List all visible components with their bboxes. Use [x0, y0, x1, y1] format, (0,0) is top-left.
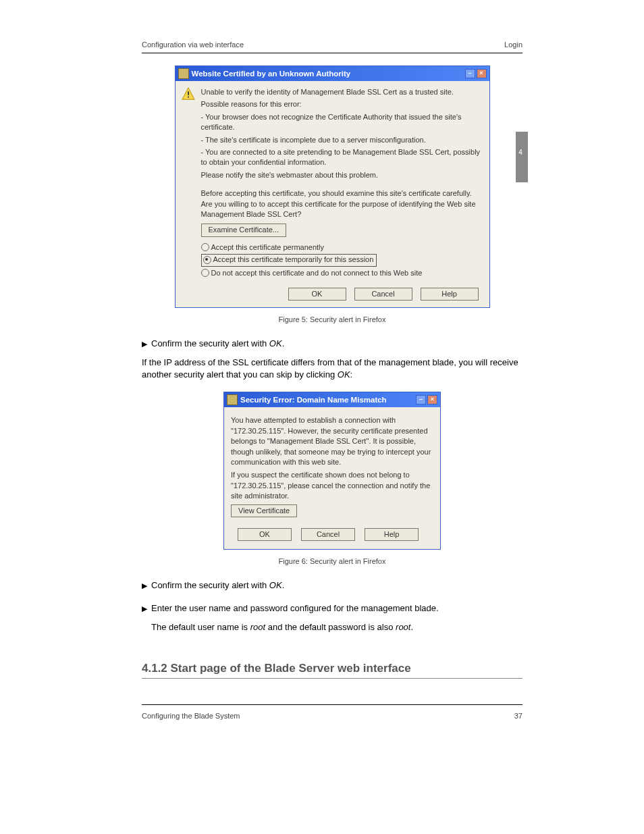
security-alert-dialog-2: Security Error: Domain Name Mismatch – ×…	[223, 392, 441, 550]
footer-rule	[142, 704, 522, 705]
dialog1-titlebar[interactable]: Website Certified by an Unknown Authorit…	[176, 66, 489, 81]
emph-ok: OK	[269, 338, 282, 348]
section-heading-4-1-2: 4.1.2 Start page of the Blade Server web…	[142, 660, 522, 679]
instruction-step: ▶ Confirm the security alert with OK.	[142, 338, 522, 350]
figure1-caption: Figure 5: Security alert in Firefox	[142, 315, 522, 325]
help-button[interactable]: Help	[365, 528, 419, 541]
instruction-step: ▶ Confirm the security alert with OK.	[142, 579, 522, 592]
dialog2-titlebar[interactable]: Security Error: Domain Name Mismatch – ×	[224, 392, 440, 407]
radio-accept-session[interactable]: Accept this certificate temporarily for …	[201, 254, 483, 266]
dialog1-line1: Unable to verify the identity of Managem…	[201, 87, 483, 97]
dialog1-line3: Please notify the site's webmaster about…	[201, 170, 483, 180]
help-button[interactable]: Help	[421, 288, 479, 301]
dialog1-line2: Possible reasons for this error:	[201, 99, 483, 109]
instruction-step: ▶ Enter the user name and password confi…	[142, 602, 522, 633]
close-icon[interactable]: ×	[427, 395, 437, 405]
radio-accept-permanently[interactable]: Accept this certificate permanently	[201, 242, 483, 253]
step-text: Confirm the security alert with	[151, 338, 269, 348]
view-certificate-button[interactable]: View Certificate	[231, 504, 297, 517]
radio-do-not-accept[interactable]: Do not accept this certificate and do no…	[201, 268, 483, 278]
radio-icon	[203, 256, 211, 264]
step-arrow-icon: ▶	[142, 579, 151, 592]
ok-button[interactable]: OK	[238, 528, 292, 541]
radio-label: Accept this certificate permanently	[211, 242, 325, 253]
section-tab	[516, 132, 528, 182]
radio-icon	[201, 269, 209, 277]
page-number: 37	[514, 712, 522, 720]
dialog1-title: Website Certified by an Unknown Authorit…	[192, 68, 465, 79]
minimize-icon[interactable]: –	[416, 395, 426, 405]
dialog2-p1: You have attempted to establish a connec…	[231, 415, 433, 467]
radio-icon	[201, 243, 209, 251]
dialog2-p2: If you suspect the certificate shown doe…	[231, 470, 433, 501]
dialog1-bullet3: - You are connected to a site pretending…	[201, 147, 483, 168]
close-icon[interactable]: ×	[477, 69, 487, 78]
dialog1-bullet1: - Your browser does not recognize the Ce…	[201, 112, 483, 133]
app-icon	[227, 394, 238, 405]
ok-button[interactable]: OK	[288, 288, 346, 301]
doc-title: Configuration via web interface	[142, 41, 244, 49]
section-tab-number: 4	[516, 149, 525, 156]
step-arrow-icon: ▶	[142, 338, 151, 350]
app-icon	[178, 68, 189, 79]
svg-rect-1	[188, 91, 189, 95]
security-alert-dialog-1: Website Certified by an Unknown Authorit…	[175, 66, 490, 308]
minimize-icon[interactable]: –	[465, 69, 475, 78]
step-arrow-icon: ▶	[142, 602, 151, 633]
radio-label: Do not accept this certificate and do no…	[211, 268, 423, 278]
cancel-button[interactable]: Cancel	[301, 528, 355, 541]
dialog2-title: Security Error: Domain Name Mismatch	[240, 394, 416, 405]
warning-icon	[181, 86, 196, 101]
cancel-button[interactable]: Cancel	[354, 288, 412, 301]
section-heading: Login	[504, 41, 522, 49]
header-rule	[142, 53, 522, 53]
radio-label: Accept this certificate temporarily for …	[213, 255, 374, 265]
footer-left: Configuring the Blade System	[142, 712, 240, 720]
figure2-caption: Figure 6: Security alert in Firefox	[142, 556, 522, 567]
paragraph: If the IP address of the SSL certificate…	[142, 357, 522, 381]
step-text: Enter the user name and password configu…	[151, 603, 439, 613]
dialog1-line4: Before accepting this certificate, you s…	[201, 188, 483, 219]
examine-certificate-button[interactable]: Examine Certificate...	[201, 224, 287, 236]
svg-rect-2	[188, 97, 189, 98]
dialog1-bullet2: - The site's certificate is incomplete d…	[201, 135, 483, 145]
